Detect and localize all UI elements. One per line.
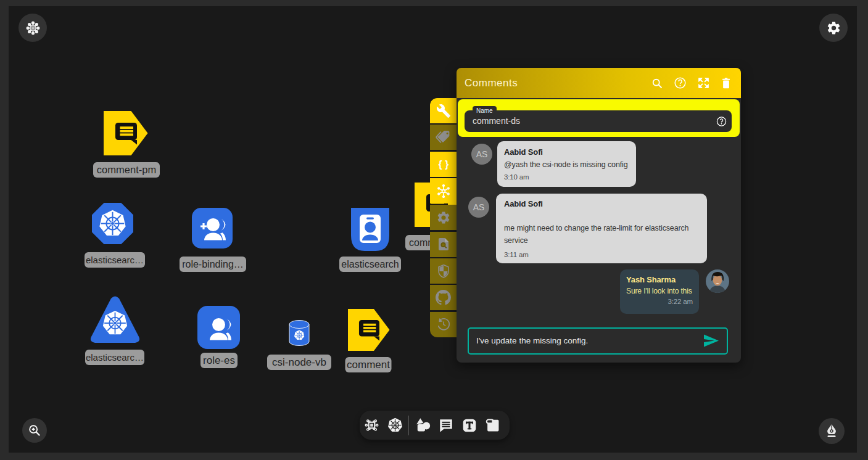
svg-text:{ }: { } — [438, 159, 448, 170]
